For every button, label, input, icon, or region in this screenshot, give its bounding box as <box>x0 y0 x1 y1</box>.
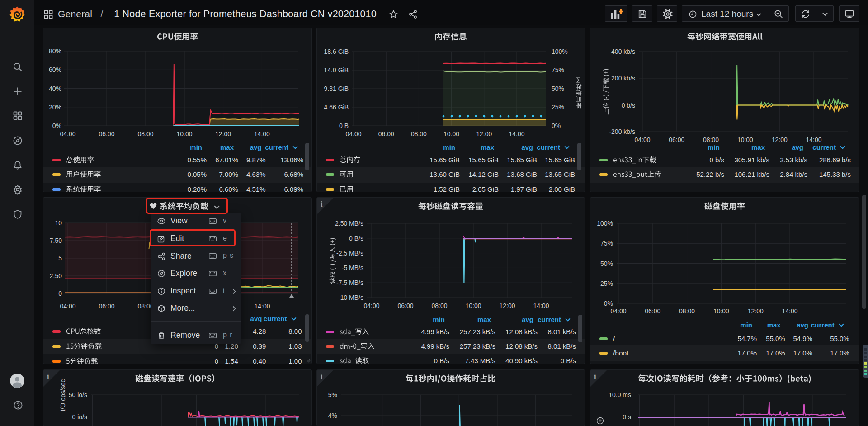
svg-text:25%: 25% <box>552 104 564 111</box>
svg-text:-2.5 MB/s: -2.5 MB/s <box>336 250 363 257</box>
svg-text:10:00: 10:00 <box>737 136 753 143</box>
svg-text:12:00: 12:00 <box>476 130 492 137</box>
svg-text:06:00: 06:00 <box>99 130 114 137</box>
svg-text:50%: 50% <box>600 260 613 267</box>
svg-text:4%: 4% <box>328 412 337 419</box>
svg-text:14:00: 14:00 <box>806 136 821 143</box>
svg-text:08:00: 08:00 <box>411 130 427 137</box>
svg-text:80%: 80% <box>49 47 61 55</box>
svg-text:100%: 100% <box>552 48 568 55</box>
svg-text:-10 MB/s: -10 MB/s <box>338 294 363 301</box>
svg-text:12:00: 12:00 <box>499 302 515 309</box>
svg-text:100%: 100% <box>597 220 613 227</box>
svg-text:12:00: 12:00 <box>748 308 764 315</box>
svg-text:2.50: 2.50 <box>50 272 62 279</box>
svg-text:25%: 25% <box>600 280 613 287</box>
svg-text:0%: 0% <box>552 122 561 129</box>
svg-text:60%: 60% <box>49 66 61 73</box>
svg-text:75%: 75% <box>552 66 564 74</box>
svg-text:14:00: 14:00 <box>533 302 549 309</box>
svg-text:2.50 MB/s: 2.50 MB/s <box>335 220 363 227</box>
svg-text:06:00: 06:00 <box>378 130 394 137</box>
svg-text:0 s: 0 s <box>623 413 631 421</box>
svg-text:40%: 40% <box>49 85 61 92</box>
svg-text:06:00: 06:00 <box>397 302 413 309</box>
svg-text:10:00: 10:00 <box>443 130 459 137</box>
svg-text:5%: 5% <box>328 391 337 398</box>
svg-text:10:00: 10:00 <box>176 130 192 137</box>
svg-text:0%: 0% <box>52 122 61 129</box>
svg-text:12:00: 12:00 <box>772 136 788 143</box>
svg-text:06:00: 06:00 <box>99 303 114 310</box>
svg-text:18.6 GiB: 18.6 GiB <box>324 48 349 55</box>
svg-text:04:00: 04:00 <box>60 303 75 310</box>
svg-text:08:00: 08:00 <box>679 308 695 315</box>
svg-text:14:00: 14:00 <box>782 308 797 315</box>
svg-text:04:00: 04:00 <box>610 308 626 315</box>
svg-text:10: 10 <box>55 219 62 227</box>
svg-text:4.66 GiB: 4.66 GiB <box>324 104 349 111</box>
svg-text:0 B/s: 0 B/s <box>349 235 363 242</box>
svg-text:12:00: 12:00 <box>215 130 231 137</box>
svg-text:08:00: 08:00 <box>703 136 719 143</box>
svg-text:04:00: 04:00 <box>634 136 650 143</box>
svg-text:14:00: 14:00 <box>509 130 524 137</box>
svg-text:06:00: 06:00 <box>645 308 660 315</box>
svg-text:0 io/s: 0 io/s <box>72 413 87 421</box>
svg-text:400 kb/s: 400 kb/s <box>611 48 635 55</box>
svg-text:04:00: 04:00 <box>345 130 361 137</box>
svg-text:04:00: 04:00 <box>60 130 75 137</box>
svg-text:10:00: 10:00 <box>713 308 729 315</box>
svg-text:0%: 0% <box>604 300 613 307</box>
svg-text:75%: 75% <box>600 240 613 247</box>
svg-text:5: 5 <box>58 255 62 262</box>
svg-text:06:00: 06:00 <box>669 136 684 143</box>
svg-text:04:00: 04:00 <box>363 302 379 309</box>
svg-text:0 B: 0 B <box>339 122 349 129</box>
svg-text:10:00: 10:00 <box>465 302 481 309</box>
svg-text:14.0 GiB: 14.0 GiB <box>324 66 349 74</box>
svg-text:10.0 ms: 10.0 ms <box>609 391 631 398</box>
svg-text:-5 MB/s: -5 MB/s <box>342 264 363 271</box>
svg-text:0: 0 <box>58 290 62 297</box>
svg-text:0 b/s: 0 b/s <box>622 102 635 109</box>
svg-text:50 io/s: 50 io/s <box>69 391 87 398</box>
svg-text:-7.5 MB/s: -7.5 MB/s <box>336 279 363 286</box>
svg-text:20%: 20% <box>49 104 61 111</box>
svg-text:50%: 50% <box>552 85 564 92</box>
svg-text:14:00: 14:00 <box>254 130 270 137</box>
svg-text:200 kb/s: 200 kb/s <box>611 75 635 82</box>
svg-text:14:00: 14:00 <box>254 303 270 310</box>
svg-text:08:00: 08:00 <box>431 302 447 309</box>
svg-text:9.31 GiB: 9.31 GiB <box>324 85 349 92</box>
svg-text:7.50: 7.50 <box>50 237 62 244</box>
svg-text:-200 kb/s: -200 kb/s <box>609 128 635 135</box>
svg-text:08:00: 08:00 <box>137 130 153 137</box>
